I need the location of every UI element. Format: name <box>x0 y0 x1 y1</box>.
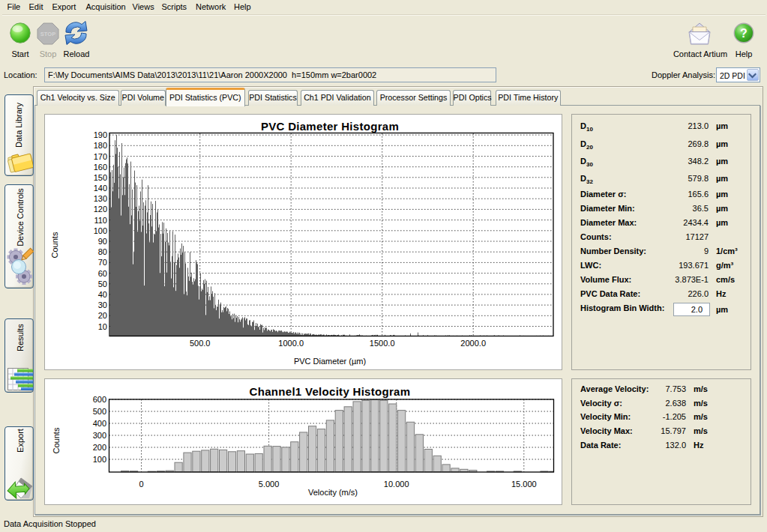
svg-text:STOP: STOP <box>40 31 55 37</box>
svg-text:5.000: 5.000 <box>259 480 280 489</box>
svg-text:500.0: 500.0 <box>190 339 211 348</box>
svg-text:110: 110 <box>94 216 107 225</box>
svg-text:100: 100 <box>94 226 107 235</box>
svg-text:200: 200 <box>93 443 106 452</box>
svg-text:70: 70 <box>98 258 107 267</box>
svg-text:100: 100 <box>93 455 106 464</box>
svg-text:10: 10 <box>98 322 107 331</box>
svg-text:90: 90 <box>98 237 107 246</box>
svg-text:500: 500 <box>93 407 106 416</box>
svg-text:600: 600 <box>93 395 106 404</box>
svg-text:160: 160 <box>94 163 107 172</box>
svg-text:130: 130 <box>94 194 107 203</box>
svg-text:140: 140 <box>94 184 107 193</box>
svg-text:20: 20 <box>98 311 107 320</box>
svg-text:Counts: Counts <box>52 427 61 453</box>
svg-text:300: 300 <box>93 431 106 440</box>
svg-text:0: 0 <box>139 480 143 489</box>
svg-text:?: ? <box>740 27 748 40</box>
svg-text:80: 80 <box>98 247 107 256</box>
svg-text:PVC Diameter Histogram: PVC Diameter Histogram <box>261 120 399 133</box>
svg-text:400: 400 <box>93 419 106 428</box>
svg-text:60: 60 <box>98 269 107 278</box>
svg-text:15.000: 15.000 <box>511 480 537 489</box>
svg-text:PVC Diameter (µm): PVC Diameter (µm) <box>294 357 366 366</box>
svg-text:120: 120 <box>94 205 107 214</box>
svg-text:190: 190 <box>94 130 107 139</box>
svg-text:170: 170 <box>94 152 107 161</box>
svg-text:2000.0: 2000.0 <box>460 339 486 348</box>
svg-text:50: 50 <box>98 279 107 288</box>
svg-text:40: 40 <box>98 290 107 299</box>
svg-text:Velocity (m/s): Velocity (m/s) <box>308 488 358 497</box>
svg-text:1000.0: 1000.0 <box>278 339 304 348</box>
svg-text:1500.0: 1500.0 <box>370 339 395 348</box>
svg-text:Counts: Counts <box>50 232 59 258</box>
svg-text:30: 30 <box>98 300 107 309</box>
svg-text:180: 180 <box>94 141 107 150</box>
svg-text:150: 150 <box>94 173 107 182</box>
svg-text:10.000: 10.000 <box>384 480 409 489</box>
svg-text:Channel1 Velocity Histogram: Channel1 Velocity Histogram <box>250 385 411 398</box>
